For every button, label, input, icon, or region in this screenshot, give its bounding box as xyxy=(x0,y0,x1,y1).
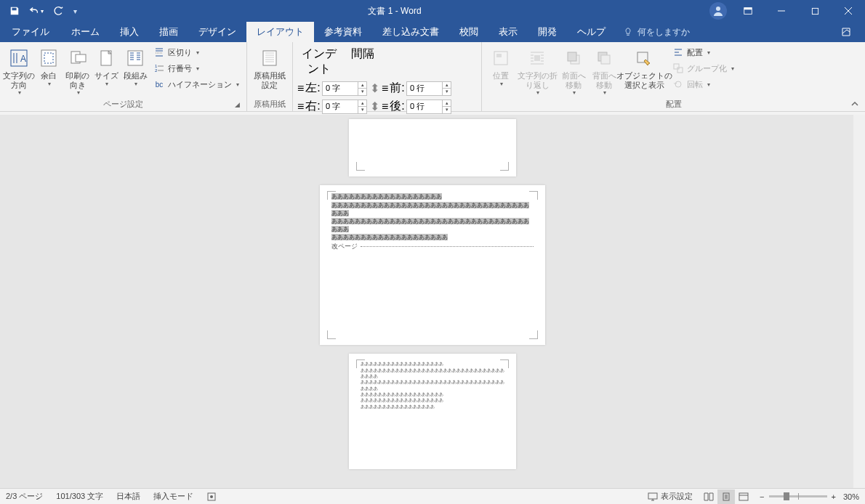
tab-review[interactable]: 校閲 xyxy=(449,22,488,42)
rotate-icon xyxy=(672,78,684,90)
tab-design[interactable]: デザイン xyxy=(188,22,246,42)
breaks-icon xyxy=(153,46,165,58)
maximize-button[interactable] xyxy=(798,0,832,22)
text-direction-button[interactable]: A 文字列の 方向▾ xyxy=(4,45,33,97)
vertical-scrollbar[interactable] xyxy=(853,115,865,488)
margins-icon xyxy=(37,46,60,70)
size-button[interactable]: サイズ▾ xyxy=(93,45,121,89)
align-button[interactable]: 配置▾ xyxy=(669,45,737,60)
undo-button[interactable]: ▾ xyxy=(26,2,47,20)
tab-layout[interactable]: レイアウト xyxy=(246,22,314,42)
macro-indicator[interactable] xyxy=(206,492,217,502)
lightbulb-icon xyxy=(623,27,633,37)
svg-rect-17 xyxy=(534,55,540,61)
selection-pane-button[interactable]: オブジェクトの 選択と表示 xyxy=(620,45,668,91)
svg-rect-2 xyxy=(744,8,752,10)
breaks-button[interactable]: 区切り▾ xyxy=(150,45,242,60)
svg-rect-6 xyxy=(41,50,56,66)
svg-text:2: 2 xyxy=(155,68,158,73)
ribbon-layout: A 文字列の 方向▾ 余白▾ 印刷の 向き▾ サイズ▾ 段組み▾ xyxy=(0,42,865,112)
spacing-after-input[interactable]: ▴▾ xyxy=(406,99,451,114)
tab-draw[interactable]: 描画 xyxy=(149,22,188,42)
tab-insert[interactable]: 挿入 xyxy=(110,22,149,42)
line-numbers-icon: 12 xyxy=(153,62,165,74)
group-icon xyxy=(672,62,684,74)
wrap-icon xyxy=(526,46,549,70)
user-avatar[interactable] xyxy=(709,2,727,20)
redo-button[interactable] xyxy=(48,2,68,20)
tab-home[interactable]: ホーム xyxy=(61,22,110,42)
ribbon-display-button[interactable] xyxy=(731,0,765,22)
tab-help[interactable]: ヘルプ xyxy=(567,22,616,42)
group-page-setup: A 文字列の 方向▾ 余白▾ 印刷の 向き▾ サイズ▾ 段組み▾ xyxy=(0,42,247,111)
zoom-track[interactable] xyxy=(769,495,827,497)
zoom-slider[interactable]: − + xyxy=(760,492,836,501)
svg-rect-9 xyxy=(76,54,86,62)
tab-view[interactable]: 表示 xyxy=(488,22,528,42)
word-count[interactable]: 101/303 文字 xyxy=(56,491,103,502)
zoom-in-button[interactable]: + xyxy=(832,492,836,501)
zoom-level[interactable]: 30% xyxy=(843,492,859,501)
link-icon: ⬍ xyxy=(369,81,380,95)
document-area[interactable]: あああああああああああああああああああ ああああああああああああああああああああ… xyxy=(0,115,865,488)
indent-header: インデント xyxy=(297,45,341,78)
group-page-setup-label: ページ設定 xyxy=(103,99,143,108)
manuscript-settings-button[interactable]: 原稿用紙 設定 xyxy=(252,45,288,91)
position-icon xyxy=(489,46,512,70)
window-controls xyxy=(709,0,865,22)
indent-left-input[interactable]: ▴▾ xyxy=(322,81,367,96)
page-2[interactable]: あああああああああああああああああああ ああああああああああああああああああああ… xyxy=(320,185,545,345)
orientation-icon xyxy=(66,46,89,70)
line-numbers-button[interactable]: 12 行番号▾ xyxy=(150,61,242,76)
group-paragraph: インデント 間隔 ≡左: ▴▾ ⬍ ≡前: ▴▾ ≡右: ▴▾ ⬍ ≡後: ▴▾… xyxy=(293,42,482,111)
svg-rect-29 xyxy=(739,493,748,500)
position-button: 位置▾ xyxy=(486,45,515,89)
page-3-text[interactable]: あああああああああああああああああああ ああああああああああああああああああああ… xyxy=(361,361,504,410)
qat-customize-button[interactable]: ▾ xyxy=(70,2,80,20)
group-manuscript-label: 原稿用紙 xyxy=(252,97,288,110)
view-buttons xyxy=(700,489,752,504)
language-indicator[interactable]: 日本語 xyxy=(116,491,140,502)
wrap-text-button: 文字列の折 り返し▾ xyxy=(517,45,558,97)
page-setup-launcher[interactable]: ◢ xyxy=(232,99,242,110)
tell-me-search[interactable] xyxy=(616,22,754,42)
page-break-indicator: 改ページ xyxy=(331,242,534,251)
close-button[interactable] xyxy=(832,0,865,22)
margins-button[interactable]: 余白▾ xyxy=(35,45,63,89)
display-settings[interactable]: 表示設定 xyxy=(648,491,693,502)
page-3[interactable]: あああああああああああああああああああ ああああああああああああああああああああ… xyxy=(349,354,516,469)
svg-rect-24 xyxy=(677,68,683,73)
web-layout-button[interactable] xyxy=(735,489,752,504)
tell-me-input[interactable] xyxy=(637,27,747,37)
insert-mode[interactable]: 挿入モード xyxy=(153,491,193,502)
tab-references[interactable]: 参考資料 xyxy=(314,22,372,42)
tab-developer[interactable]: 開発 xyxy=(528,22,567,42)
svg-rect-23 xyxy=(674,64,679,69)
save-button[interactable] xyxy=(4,2,25,20)
tab-file[interactable]: ファイル xyxy=(0,22,61,42)
indent-right-input[interactable]: ▴▾ xyxy=(322,99,367,114)
orientation-button[interactable]: 印刷の 向き▾ xyxy=(64,45,92,97)
selected-text[interactable]: あああああああああああああああああああ ああああああああああああああああああああ… xyxy=(331,192,534,241)
indent-left-icon: ≡ xyxy=(297,82,304,95)
group-arrange-label: 配置 xyxy=(486,97,861,110)
share-button[interactable] xyxy=(834,22,858,42)
svg-point-26 xyxy=(210,495,213,498)
page-indicator[interactable]: 2/3 ページ xyxy=(6,491,43,502)
page-1[interactable] xyxy=(349,119,516,176)
bring-forward-icon xyxy=(562,46,585,70)
collapse-ribbon-button[interactable] xyxy=(850,99,859,108)
spacing-before-input[interactable]: ▴▾ xyxy=(406,81,451,96)
tab-mailings[interactable]: 差し込み文書 xyxy=(372,22,449,42)
svg-rect-19 xyxy=(568,52,576,61)
hyphenation-button[interactable]: bc ハイフネーション▾ xyxy=(150,77,242,92)
title-bar: ▾ ▾ 文書 1 - Word xyxy=(0,0,865,22)
columns-button[interactable]: 段組み▾ xyxy=(121,45,149,89)
minimize-button[interactable] xyxy=(765,0,798,22)
print-layout-button[interactable] xyxy=(717,489,735,504)
zoom-thumb[interactable] xyxy=(784,492,789,500)
zoom-out-button[interactable]: − xyxy=(760,492,764,501)
rotate-button: 回転▾ xyxy=(669,77,737,92)
read-mode-button[interactable] xyxy=(700,489,717,504)
align-icon xyxy=(672,46,684,58)
